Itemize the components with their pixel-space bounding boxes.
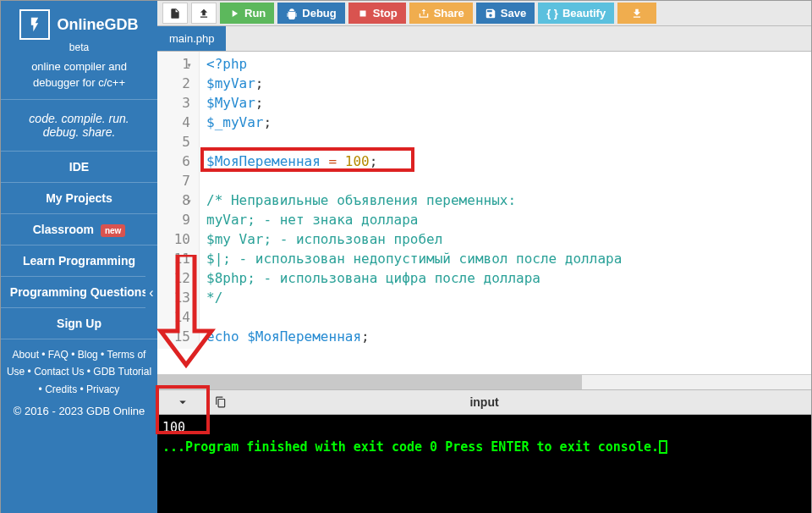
console-line: Press ENTER to exit console. <box>445 439 659 455</box>
console-output[interactable]: 100 ...Program finished with exit code 0… <box>157 415 811 513</box>
line-number: 2 <box>160 74 190 93</box>
new-badge: new <box>101 224 125 237</box>
code-token: $МояПеременная <box>206 153 321 169</box>
code-token: = <box>321 153 345 169</box>
run-button[interactable]: Run <box>220 3 274 24</box>
sidebar: OnlineGDB beta online compiler and debug… <box>1 1 157 513</box>
brand-slogan: code. compile. run. debug. share. <box>1 99 157 152</box>
nav-classroom[interactable]: Classroom new <box>1 214 157 245</box>
copyright: © 2016 - 2023 GDB Online <box>1 401 157 421</box>
code-editor[interactable]: 1 2 3 4 5 6 7 8 9 10 11 12 13 14 15 <?ph… <box>157 52 811 374</box>
code-token: echo <box>206 328 247 345</box>
slogan-line-1: code. compile. run. <box>29 112 129 125</box>
stop-button[interactable]: Stop <box>348 3 406 24</box>
line-number: 14 <box>160 307 190 327</box>
line-number: 7 <box>160 171 190 190</box>
line-number: 13 <box>160 288 190 307</box>
editor-h-scrollbar[interactable] <box>157 374 811 389</box>
brand-row: OnlineGDB <box>1 1 157 41</box>
code-token: $myVar <box>206 75 255 91</box>
brand-name: OnlineGDB <box>57 16 138 34</box>
code-token: <?php <box>206 56 247 72</box>
code-token: $МояПеременная <box>247 328 361 345</box>
code-token: $8php; - использована цифра после доллар… <box>206 270 540 286</box>
code-token: /* Неправильные объявления переменных: <box>206 192 516 208</box>
brand-tagline-b: debugger for c/c++ <box>1 76 157 99</box>
code-token: $my Var; - использован пробел <box>206 231 442 247</box>
line-number: 5 <box>160 132 190 152</box>
console-collapse-toggle[interactable] <box>157 390 208 414</box>
beautify-label: Beautify <box>562 7 606 19</box>
line-gutter: 1 2 3 4 5 6 7 8 9 10 11 12 13 14 15 <box>157 52 200 349</box>
tab-main-php[interactable]: main.php <box>157 26 226 51</box>
editor-tabbar: main.php <box>157 26 811 52</box>
console-input-label: input <box>469 395 498 409</box>
lightning-icon <box>19 9 50 40</box>
save-button[interactable]: Save <box>476 3 535 24</box>
code-token: 100 <box>345 153 370 169</box>
console-copy-button[interactable] <box>208 390 233 414</box>
nav-projects[interactable]: My Projects <box>1 183 157 214</box>
console-header: input <box>157 389 811 415</box>
brand-beta: beta <box>1 41 157 53</box>
run-label: Run <box>244 7 266 19</box>
share-button[interactable]: Share <box>409 3 473 24</box>
line-number: 1 <box>160 54 190 74</box>
main-area: ‹ Run Debug Stop Share Save { } <box>157 1 811 513</box>
footer-links[interactable]: About • FAQ • Blog • Terms of Use • Cont… <box>1 339 157 401</box>
nav-classroom-label: Classroom <box>33 223 94 236</box>
line-number: 12 <box>160 268 190 288</box>
nav-ide[interactable]: IDE <box>1 152 157 183</box>
beautify-button[interactable]: { } Beautify <box>538 3 614 24</box>
slogan-line-2: debug. share. <box>43 125 116 139</box>
line-number: 6 <box>160 152 190 171</box>
debug-button[interactable]: Debug <box>277 3 344 24</box>
code-token: */ <box>206 290 222 306</box>
code-token: $MyVar <box>206 95 255 111</box>
nav-questions[interactable]: Programming Questions <box>1 277 157 308</box>
code-token: $_myVar <box>206 114 263 130</box>
line-number: 8 <box>160 190 190 210</box>
nav-signup[interactable]: Sign Up <box>1 308 157 339</box>
line-number: 15 <box>160 327 190 346</box>
download-button[interactable] <box>617 3 656 24</box>
stop-label: Stop <box>373 7 398 19</box>
upload-button[interactable] <box>191 3 217 24</box>
console-line: ...Program finished with exit code 0 <box>162 439 437 455</box>
line-number: 9 <box>160 210 190 229</box>
debug-label: Debug <box>302 7 336 19</box>
toolbar: Run Debug Stop Share Save { } Beautify <box>157 1 811 26</box>
new-file-button[interactable] <box>162 3 188 24</box>
line-number: 3 <box>160 93 190 113</box>
line-number: 10 <box>160 229 190 249</box>
console-output-value: 100 <box>162 418 806 438</box>
scrollbar-thumb[interactable] <box>157 375 582 389</box>
line-number: 4 <box>160 113 190 132</box>
sidebar-collapse-handle[interactable]: ‹ <box>145 272 157 314</box>
line-number: 11 <box>160 249 190 268</box>
nav-learn[interactable]: Learn Programming <box>1 245 157 277</box>
save-label: Save <box>501 7 526 19</box>
braces-icon: { } <box>546 7 558 19</box>
code-token: $|; - использован недопустимый символ по… <box>206 251 622 267</box>
console-cursor <box>659 440 667 454</box>
code-token: myVar; - нет знака доллара <box>206 212 418 228</box>
brand-tagline-a: online compiler and <box>1 60 157 76</box>
code-content[interactable]: <?php $myVar; $MyVar; $_myVar; $МояПерем… <box>200 52 628 349</box>
share-label: Share <box>434 7 464 19</box>
